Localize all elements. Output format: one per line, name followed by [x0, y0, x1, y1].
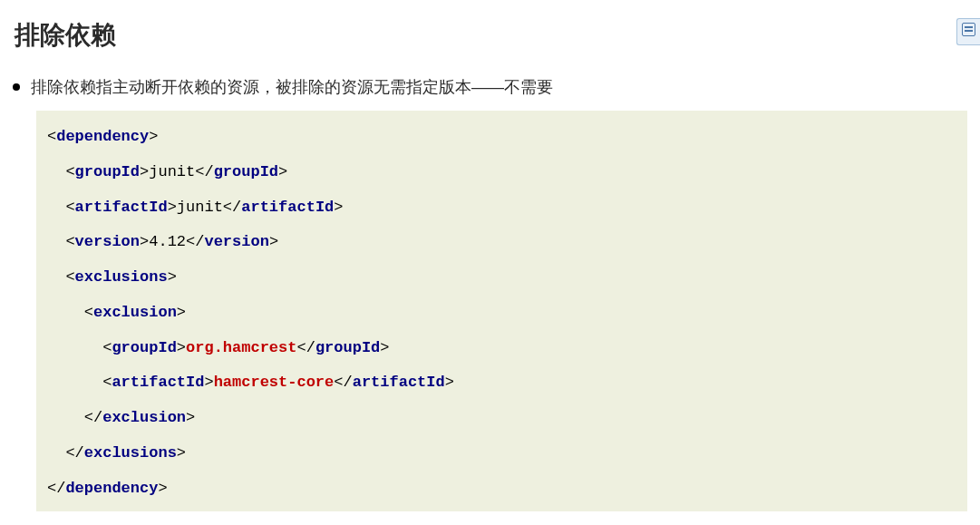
bullet-text: 排除依赖指主动断开依赖的资源，被排除的资源无需指定版本——不需要	[31, 76, 553, 98]
code-block: <dependency> <groupId>junit</groupId> <a…	[36, 111, 967, 511]
code-line: </dependency>	[47, 472, 956, 507]
page: 排除依赖 排除依赖指主动断开依赖的资源，被排除的资源无需指定版本——不需要 <d…	[0, 0, 980, 511]
code-line: <exclusions>	[47, 260, 956, 296]
code-line: <artifactId>hamcrest-core</artifactId>	[47, 365, 956, 401]
code-line: </exclusions>	[47, 436, 956, 472]
notes-icon	[962, 23, 975, 36]
code-line: <dependency>	[47, 120, 956, 155]
code-line: </exclusion>	[47, 401, 956, 436]
code-line: <version>4.12</version>	[47, 225, 956, 260]
side-panel-toggle[interactable]	[956, 18, 980, 45]
page-title: 排除依赖	[15, 18, 967, 53]
bullet-dot-icon	[13, 83, 20, 91]
code-line: <artifactId>junit</artifactId>	[47, 190, 956, 226]
code-line: <groupId>junit</groupId>	[47, 155, 956, 190]
bullet-item: 排除依赖指主动断开依赖的资源，被排除的资源无需指定版本——不需要	[13, 76, 967, 98]
code-line: <exclusion>	[47, 296, 956, 331]
code-line: <groupId>org.hamcrest</groupId>	[47, 331, 956, 366]
